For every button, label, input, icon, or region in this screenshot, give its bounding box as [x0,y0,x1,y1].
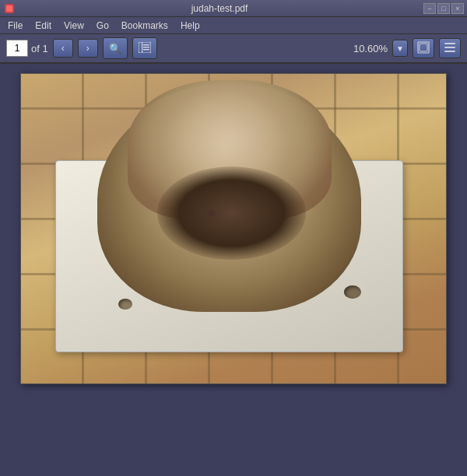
page-of-label: of 1 [31,43,48,54]
tray-hole-left [118,299,132,310]
search-icon: 🔍 [109,43,121,54]
hamburger-icon [444,42,455,54]
menubar: File Edit View Go Bookmarks Help [0,17,467,34]
dropdown-arrow-icon: ▼ [396,44,404,53]
toolbar: of 1 ‹ › 🔍 10.60% ▼ [0,34,467,64]
svg-rect-10 [444,47,455,48]
sidebar-icon [139,42,151,55]
fit-page-button[interactable] [413,38,434,58]
minimize-button[interactable]: − [423,3,436,14]
menu-help[interactable]: Help [177,19,203,33]
window-title: judah-test.pdf [16,3,423,14]
page-indicator: of 1 [6,40,48,57]
nav-forward-button[interactable]: › [78,39,98,58]
app-icon [3,2,16,15]
zoom-value-label: 10.60% [353,43,388,54]
menu-file[interactable]: File [5,19,26,33]
page-number-input[interactable] [6,40,28,57]
sidebar-toggle-button[interactable] [132,37,157,59]
zoom-display: 10.60% [353,43,388,54]
pdf-photo-content [21,74,446,383]
search-button[interactable]: 🔍 [103,37,128,59]
close-button[interactable]: × [451,3,464,14]
svg-rect-9 [444,43,455,44]
svg-rect-3 [142,42,142,53]
svg-rect-1 [6,5,12,12]
rabbit-face [157,166,306,259]
window-controls: − □ × [423,3,464,14]
svg-rect-6 [143,49,149,51]
svg-rect-8 [420,44,427,51]
tray-hole-right [344,285,361,299]
chevron-left-icon: ‹ [61,43,65,54]
menu-go[interactable]: Go [93,19,112,33]
menu-edit[interactable]: Edit [32,19,54,33]
svg-rect-5 [143,47,149,48]
svg-rect-11 [444,51,455,52]
chevron-right-icon: › [86,43,90,54]
main-content [0,64,467,476]
zoom-dropdown-button[interactable]: ▼ [392,40,408,57]
options-menu-button[interactable] [439,38,461,58]
menu-view[interactable]: View [61,19,87,33]
fit-page-icon [417,41,430,56]
menu-bookmarks[interactable]: Bookmarks [118,19,171,33]
titlebar: judah-test.pdf − □ × [0,0,467,17]
pdf-page [20,73,447,384]
svg-rect-4 [143,44,149,46]
nav-back-button[interactable]: ‹ [53,39,73,58]
maximize-button[interactable]: □ [437,3,450,14]
